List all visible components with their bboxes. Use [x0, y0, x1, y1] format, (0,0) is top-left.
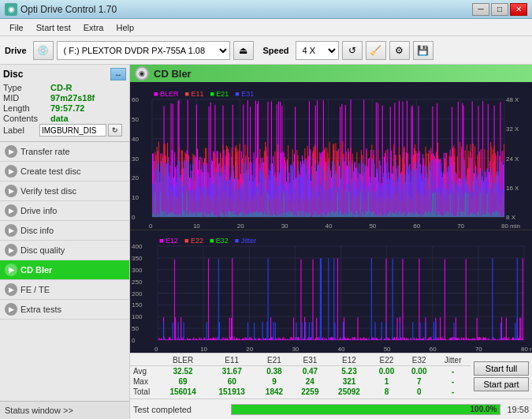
disc-panel: Disc ↔ Type CD-R MID 97m27s18f Length 79…	[0, 65, 129, 142]
nav-disc-quality-label: Disc quality	[20, 245, 65, 255]
nav-disc-info[interactable]: ▶ Disc info	[0, 221, 129, 241]
speed-select[interactable]: 4 X 1 X 2 X 8 X Max	[296, 41, 339, 60]
nav-fe-te[interactable]: ▶ FE / TE	[0, 280, 129, 300]
bottom-chart	[130, 230, 532, 353]
drive-icon-btn[interactable]: 💿	[33, 41, 54, 60]
speed-label: Speed	[263, 46, 289, 55]
content-area: ◉ CD Bler BLER E11	[130, 65, 532, 419]
menu-help[interactable]: Help	[110, 21, 140, 34]
type-label: Type	[3, 83, 50, 92]
nav-disc-quality[interactable]: ▶ Disc quality	[0, 241, 129, 260]
label-refresh-icon[interactable]: ↻	[108, 124, 122, 137]
nav-cd-bler[interactable]: ▶ CD Bler	[0, 260, 129, 280]
menu-file[interactable]: File	[3, 21, 30, 34]
progress-text: 100.0%	[471, 405, 497, 414]
top-chart-canvas	[130, 82, 532, 230]
avg-label: Avg	[130, 366, 158, 377]
nav-verify-test-disc-label: Verify test disc	[20, 186, 76, 196]
label-input[interactable]	[39, 124, 106, 137]
col-header-e11: E11	[207, 355, 256, 366]
col-header-e22: E22	[370, 355, 403, 366]
total-bler: 156014	[158, 387, 207, 397]
max-e11: 60	[207, 376, 256, 387]
bler-header: ◉ CD Bler	[130, 65, 532, 82]
extra-tests-icon: ▶	[5, 303, 17, 316]
verify-test-disc-icon: ▶	[5, 185, 17, 197]
bler-disc-icon: ◉	[135, 66, 149, 80]
total-e12: 25092	[328, 387, 370, 397]
nav-transfer-rate[interactable]: ▶ Transfer rate	[0, 142, 129, 162]
toolbar: Drive 💿 ( F:) PLEXTOR DVDR PX-755A 1.08 …	[0, 36, 532, 65]
nav-verify-test-disc[interactable]: ▶ Verify test disc	[0, 181, 129, 201]
disc-refresh-button[interactable]: ↔	[110, 68, 126, 80]
minimize-button[interactable]: ─	[472, 3, 489, 16]
app-title: Opti Drive Control 1.70	[20, 4, 117, 15]
avg-jitter: -	[435, 366, 471, 377]
bler-title: CD Bler	[154, 68, 192, 80]
status-bar: Test completed 100.0% 19:58	[130, 398, 532, 419]
disc-quality-icon: ▶	[5, 244, 17, 256]
close-button[interactable]: ✕	[510, 3, 527, 16]
title-bar: ◉ Opti Drive Control 1.70 ─ □ ✕	[0, 0, 532, 19]
avg-e31: 0.47	[292, 366, 328, 377]
max-jitter: -	[435, 376, 471, 387]
type-value: CD-R	[50, 83, 73, 92]
col-header-jitter: Jitter	[435, 355, 471, 366]
menu-extra[interactable]: Extra	[77, 21, 110, 34]
menu-bar: File Start test Extra Help	[0, 19, 532, 36]
charts-area	[130, 82, 532, 353]
bottom-chart-canvas	[130, 230, 532, 353]
nav-drive-info[interactable]: ▶ Drive info	[0, 201, 129, 221]
avg-e32: 0.00	[403, 366, 435, 377]
contents-value: data	[50, 114, 69, 123]
nav-fe-te-label: FE / TE	[20, 285, 50, 294]
max-e21: 9	[256, 376, 292, 387]
nav-create-test-disc[interactable]: ▶ Create test disc	[0, 162, 129, 181]
menu-start-test[interactable]: Start test	[30, 21, 77, 34]
sidebar-nav: ▶ Transfer rate ▶ Create test disc ▶ Ver…	[0, 142, 129, 401]
col-header-empty	[130, 355, 158, 366]
col-header-e31: E31	[292, 355, 328, 366]
nav-extra-tests[interactable]: ▶ Extra tests	[0, 300, 129, 320]
total-e21: 1842	[256, 387, 292, 397]
status-window-label: Status window >>	[5, 406, 73, 415]
stats-table-wrapper: BLER E11 E21 E31 E12 E22 E32 Jitter Avg	[130, 353, 532, 398]
status-text: Test completed	[133, 405, 228, 414]
window-controls: ─ □ ✕	[472, 3, 527, 16]
max-e12: 321	[328, 376, 370, 387]
erase-button[interactable]: 🧹	[366, 41, 386, 60]
max-e22: 1	[370, 376, 403, 387]
col-header-e12: E12	[328, 355, 370, 366]
create-test-disc-icon: ▶	[5, 165, 17, 178]
progress-bar-container: 100.0%	[231, 404, 500, 415]
refresh-button[interactable]: ↺	[342, 41, 363, 60]
sidebar: Disc ↔ Type CD-R MID 97m27s18f Length 79…	[0, 65, 130, 419]
status-window-button[interactable]: Status window >>	[0, 401, 129, 419]
save-button[interactable]: 💾	[413, 41, 433, 60]
total-label: Total	[130, 387, 158, 397]
nav-transfer-rate-label: Transfer rate	[20, 147, 70, 156]
total-e32: 0	[403, 387, 435, 397]
nav-drive-info-label: Drive info	[20, 206, 57, 215]
length-value: 79:57.72	[50, 103, 84, 113]
eject-button[interactable]: ⏏	[233, 41, 254, 60]
drive-label: Drive	[5, 46, 27, 55]
avg-e22: 0.00	[370, 366, 403, 377]
avg-bler: 32.52	[158, 366, 207, 377]
app-icon: ◉	[5, 3, 17, 16]
total-e11: 151913	[207, 387, 256, 397]
nav-create-test-disc-label: Create test disc	[20, 166, 80, 176]
length-label: Length	[3, 103, 50, 113]
fe-te-icon: ▶	[5, 283, 17, 296]
settings-button[interactable]: ⚙	[389, 41, 410, 60]
start-part-button[interactable]: Start part	[474, 377, 529, 391]
drive-info-icon: ▶	[5, 204, 17, 217]
total-e22: 8	[370, 387, 403, 397]
drive-select[interactable]: ( F:) PLEXTOR DVDR PX-755A 1.08	[57, 41, 230, 60]
total-e31: 2259	[292, 387, 328, 397]
max-e31: 24	[292, 376, 328, 387]
max-label: Max	[130, 376, 158, 387]
maximize-button[interactable]: □	[491, 3, 508, 16]
nav-extra-tests-label: Extra tests	[20, 305, 61, 314]
start-full-button[interactable]: Start full	[474, 361, 529, 376]
